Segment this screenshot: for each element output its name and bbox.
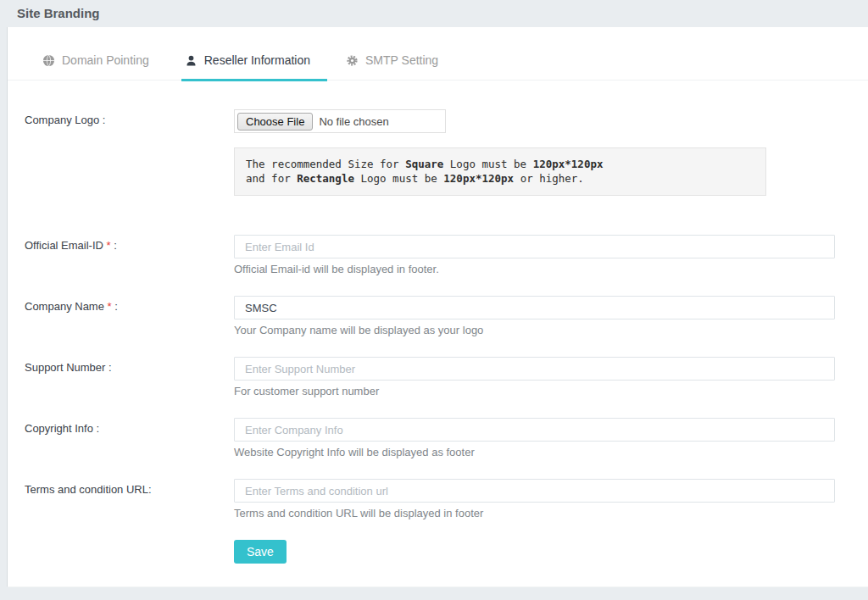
official-email-label: Official Email-ID * : — [25, 235, 234, 252]
file-chosen-status: No file chosen — [313, 115, 388, 128]
form-row-company-logo: Company Logo : Choose File No file chose… — [25, 109, 835, 196]
company-logo-label: Company Logo : — [25, 109, 234, 126]
gear-icon — [346, 54, 359, 67]
support-number-label: Support Number : — [25, 357, 234, 374]
site-branding-panel: Domain Pointing Reseller Information SMT… — [7, 27, 868, 587]
globe-icon — [42, 54, 55, 67]
copyright-info-label: Copyright Info : — [25, 418, 234, 435]
page-title: Site Branding — [17, 6, 868, 20]
terms-url-input[interactable] — [234, 479, 835, 503]
form-row-company-name: Company Name * : Your Company name will … — [25, 296, 835, 337]
logo-size-note: The recommended Size for Square Logo mus… — [234, 147, 766, 196]
terms-url-label: Terms and condition URL: — [25, 479, 234, 496]
tab-smtp-setting[interactable]: SMTP Setting — [342, 50, 455, 81]
support-number-help: For customer support number — [234, 385, 835, 398]
copyright-info-help: Website Copyright Info will be displayed… — [234, 446, 835, 459]
company-logo-file-input[interactable]: Choose File No file chosen — [234, 109, 446, 133]
company-name-help: Your Company name will be displayed as y… — [234, 324, 835, 337]
user-icon — [185, 54, 198, 67]
required-marker: * — [104, 300, 112, 313]
reseller-information-form: Company Logo : Choose File No file chose… — [8, 81, 868, 564]
tab-domain-pointing[interactable]: Domain Pointing — [39, 50, 166, 81]
form-row-copyright-info: Copyright Info : Website Copyright Info … — [25, 418, 835, 459]
page-header: Site Branding — [0, 0, 868, 27]
tab-label: SMTP Setting — [365, 53, 438, 67]
choose-file-button[interactable]: Choose File — [237, 113, 313, 131]
tab-bar: Domain Pointing Reseller Information SMT… — [8, 27, 868, 81]
tab-label: Reseller Information — [204, 53, 310, 67]
form-row-official-email: Official Email-ID * : Official Email-id … — [25, 235, 835, 276]
copyright-info-input[interactable] — [234, 418, 835, 442]
form-row-support-number: Support Number : For customer support nu… — [25, 357, 835, 398]
tab-label: Domain Pointing — [62, 53, 149, 67]
form-row-save: Save — [25, 540, 835, 564]
tab-reseller-information[interactable]: Reseller Information — [181, 50, 327, 81]
company-name-input[interactable] — [234, 296, 835, 319]
form-row-terms-url: Terms and condition URL: Terms and condi… — [25, 479, 835, 520]
official-email-help: Official Email-id will be displayed in f… — [234, 263, 835, 276]
company-name-label: Company Name * : — [25, 296, 234, 313]
terms-url-help: Terms and condition URL will be displaye… — [234, 507, 835, 520]
official-email-input[interactable] — [234, 235, 835, 258]
save-button[interactable]: Save — [234, 540, 287, 564]
required-marker: * — [103, 239, 111, 252]
support-number-input[interactable] — [234, 357, 835, 381]
